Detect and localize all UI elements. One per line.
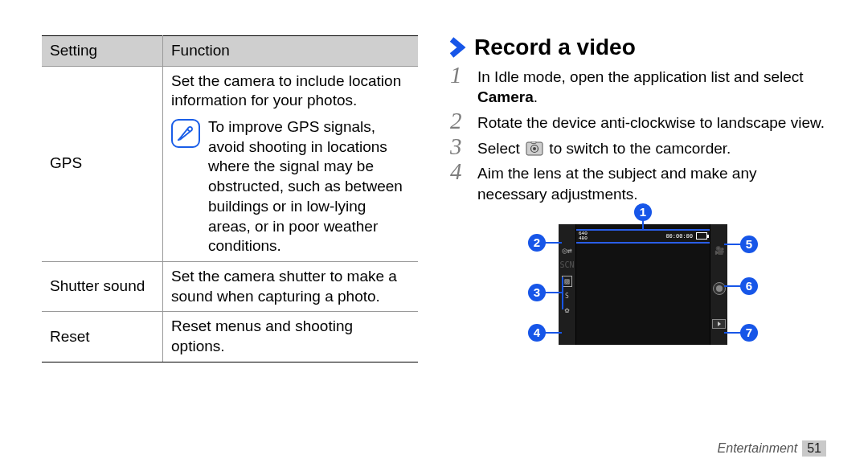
switch-camera-icon: 🎥: [714, 247, 724, 255]
line-1: [642, 220, 644, 230]
line-7: [724, 332, 742, 334]
chevron-right-icon: [450, 35, 468, 59]
col-header-setting: Setting: [42, 36, 163, 67]
setting-name-shutter: Shutter sound: [42, 261, 163, 311]
callout-5: 5: [740, 236, 758, 253]
table-row: Shutter sound Set the camera shutter to …: [42, 261, 418, 311]
footer-page-number: 51: [802, 440, 826, 457]
left-column: Setting Function GPS Set the camera to i…: [42, 35, 418, 471]
svg-rect-4: [531, 141, 536, 144]
callout-1: 1: [634, 203, 652, 221]
gps-note: To improve GPS signals, avoid shooting i…: [171, 117, 410, 256]
settings-table: Setting Function GPS Set the camera to i…: [42, 35, 418, 362]
step-2: Rotate the device anti-clockwise to land…: [450, 113, 826, 133]
setting-name-gps: GPS: [42, 66, 163, 261]
callout-7: 7: [740, 324, 758, 342]
svg-line-0: [187, 129, 190, 133]
section-heading: Record a video: [450, 35, 826, 60]
callout-6: 6: [740, 277, 758, 295]
line-5: [724, 244, 742, 245]
svg-point-3: [533, 147, 536, 150]
step-4: Aim the lens at the subject and make any…: [450, 163, 826, 204]
step-3: Select to switch to the camcorder.: [450, 138, 826, 159]
step3-part-b: to switch to the camcorder.: [545, 140, 731, 157]
footer-category: Entertainment: [718, 441, 798, 456]
col-header-function: Function: [163, 36, 419, 67]
line-2: [544, 242, 562, 244]
line-4: [544, 332, 562, 334]
steps-list: In Idle mode, open the application list …: [450, 67, 826, 205]
callout-4: 4: [528, 324, 546, 342]
table-row: GPS Set the camera to include location i…: [42, 66, 418, 261]
step1-part-c: .: [534, 88, 538, 105]
device-screen: 640 480 00:00:00 ◎⇄ SCN ▨ S ✿ 🎥: [559, 224, 727, 345]
setting-name-reset: Reset: [42, 312, 163, 362]
function-shutter: Set the camera shutter to make a sound w…: [163, 261, 419, 311]
line-6: [724, 285, 742, 287]
page-footer: Entertainment 51: [718, 440, 826, 457]
mode-switch-icon: ◎⇄: [562, 247, 571, 255]
manual-page: Setting Function GPS Set the camera to i…: [0, 0, 868, 471]
function-reset: Reset menus and shooting options.: [163, 312, 419, 362]
scn-icon: SCN: [559, 261, 574, 269]
line-3v: [562, 277, 563, 309]
battery-icon: [696, 232, 707, 240]
right-column: Record a video In Idle mode, open the ap…: [450, 35, 826, 471]
callout-2: 2: [528, 234, 546, 252]
function-gps: Set the camera to include location infor…: [163, 66, 419, 261]
gallery-icon: [712, 319, 726, 329]
step1-part-a: In Idle mode, open the application list …: [477, 68, 804, 85]
resolution-text: 640 480: [579, 231, 588, 241]
note-icon: [171, 119, 200, 148]
camcorder-switch-icon: [526, 141, 543, 156]
ev-icon: ▨: [562, 276, 571, 287]
gps-description: Set the camera to include location infor…: [171, 72, 410, 111]
gps-note-text: To improve GPS signals, avoid shooting i…: [208, 117, 410, 256]
callout-3: 3: [528, 284, 546, 301]
ev-value: S: [565, 293, 569, 300]
right-toolbar: 🎥: [710, 224, 727, 345]
step3-part-a: Select: [477, 140, 524, 157]
top-status-bar: 640 480 00:00:00: [575, 229, 711, 244]
line-3: [544, 292, 562, 293]
table-row: Reset Reset menus and shooting options.: [42, 312, 418, 362]
timer-battery: 00:00:00: [665, 232, 707, 240]
timer-text: 00:00:00: [665, 233, 693, 240]
record-button-icon: [713, 282, 726, 295]
step1-app-name: Camera: [477, 88, 534, 105]
settings-gear-icon: ✿: [564, 306, 569, 314]
camcorder-diagram: 640 480 00:00:00 ◎⇄ SCN ▨ S ✿ 🎥: [514, 211, 763, 356]
step-1: In Idle mode, open the application list …: [450, 67, 826, 108]
section-title: Record a video: [474, 35, 636, 60]
